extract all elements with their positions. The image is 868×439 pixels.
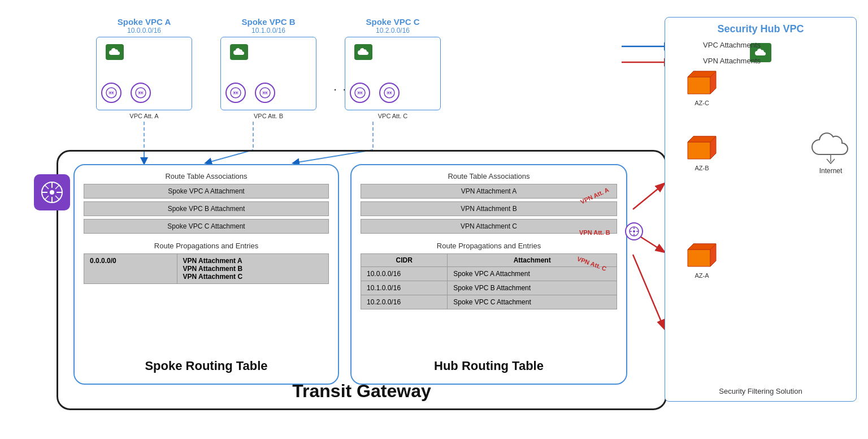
vpc-c-cloud-icon	[354, 44, 372, 60]
spoke-assoc-2: Spoke VPC B Attachment	[84, 201, 329, 216]
svg-rect-33	[357, 91, 363, 94]
hub-prop-att-3: Spoke VPC C Attachment	[448, 295, 617, 309]
vpn-att-b-label: VPN Att. B	[579, 229, 610, 236]
svg-rect-17	[108, 91, 114, 94]
spoke-vpc-c-label: Spoke VPC C	[345, 17, 441, 27]
vpc-b-attach-icon-2	[255, 83, 275, 103]
firewall-az-b	[682, 131, 722, 165]
vpc-a-attach-icon-2	[131, 83, 151, 103]
vpc-b-attach-icon-1	[225, 83, 246, 103]
vpc-c-attach-icon-1	[350, 83, 370, 103]
svg-marker-51	[688, 77, 710, 94]
svg-rect-23	[141, 92, 142, 93]
legend-vpn-text: VPN Attachments	[703, 57, 761, 65]
hub-prop-att-2: Spoke VPC B Attachment	[448, 281, 617, 295]
vpc-att-c-label: VPC Att. C	[345, 113, 441, 119]
svg-rect-21	[138, 91, 144, 94]
hub-prop-cidr-1: 10.0.0.0/16	[361, 267, 448, 281]
firewall-az-a	[682, 238, 722, 272]
vpc-a-attach-icon-1	[101, 83, 121, 103]
svg-point-63	[633, 230, 635, 233]
hub-prop-col-cidr: CIDR	[361, 254, 448, 267]
az-a-section: AZ-A	[682, 238, 722, 279]
diagram-container: VPC Attachments VPN Attachments Spoke VP…	[0, 0, 868, 439]
svg-rect-35	[361, 92, 362, 93]
svg-rect-38	[388, 92, 389, 93]
spoke-prop-cidr: 0.0.0.0/0	[84, 254, 177, 284]
spoke-rt-assoc-header: Route Table Associations	[84, 172, 329, 180]
vpc-c-attach-icons	[350, 83, 436, 103]
hub-prop-att-1: Spoke VPC A Attachment	[448, 267, 617, 281]
svg-rect-22	[139, 92, 140, 93]
firewall-az-c	[682, 66, 722, 100]
svg-rect-27	[236, 92, 237, 93]
spoke-vpc-b: Spoke VPC B 10.1.0.0/16 VPC Att. B	[220, 17, 316, 119]
az-c-section: AZ-C	[682, 66, 722, 106]
spoke-rt-label: Spoke Routing Table	[145, 359, 267, 373]
spoke-vpc-c: Spoke VPC C 10.2.0.0/16 VPC Att. C	[345, 17, 441, 119]
vpc-b-cloud-icon	[230, 44, 248, 60]
vpc-a-attach-icons	[101, 83, 187, 103]
svg-rect-29	[262, 91, 268, 94]
vpc-att-b-label: VPC Att. B	[220, 113, 316, 119]
svg-line-46	[45, 185, 49, 189]
spoke-vpc-a-cidr: 10.0.0.0/16	[96, 27, 192, 35]
svg-marker-59	[688, 249, 710, 266]
az-b-section: AZ-B	[682, 131, 722, 171]
internet-label: Internet	[811, 167, 850, 175]
spoke-rt-prop-header: Route Propagations and Entries	[84, 242, 329, 250]
svg-marker-55	[688, 142, 710, 159]
spoke-prop-row: 0.0.0.0/0 VPN Attachment A VPN Attachmen…	[84, 254, 329, 284]
svg-line-48	[55, 185, 59, 189]
vpc-att-a-label: VPC Att. A	[96, 113, 192, 119]
tgw-connector-security	[625, 222, 643, 240]
spoke-vpc-a: Spoke VPC A 10.0.0.0/16 VPC Att. A	[96, 17, 192, 119]
spoke-assoc-1: Spoke VPC A Attachment	[84, 184, 329, 199]
hub-prop-row-2: 10.1.0.0/16 Spoke VPC B Attachment	[361, 281, 617, 295]
hub-prop-cidr-2: 10.1.0.0/16	[361, 281, 448, 295]
hub-prop-cidr-3: 10.2.0.0/16	[361, 295, 448, 309]
az-a-label: AZ-A	[695, 272, 709, 279]
hub-assoc-3: VPN Attachment C	[361, 219, 617, 234]
hub-rt-label: Hub Routing Table	[434, 359, 544, 373]
svg-rect-18	[110, 92, 111, 93]
hub-assoc-2: VPN Attachment B	[361, 201, 617, 216]
svg-line-47	[55, 196, 59, 200]
tgw-icon	[34, 174, 70, 210]
svg-rect-26	[234, 92, 235, 93]
svg-rect-31	[266, 92, 267, 93]
hub-prop-row-1: 10.0.0.0/16 Spoke VPC A Attachment	[361, 267, 617, 281]
svg-point-41	[50, 190, 54, 195]
svg-rect-39	[390, 92, 391, 93]
spoke-prop-attachments: VPN Attachment A VPN Attachment B VPN At…	[177, 254, 328, 284]
security-hub-label: Security Hub VPC	[665, 23, 856, 35]
hub-prop-row-3: 10.2.0.0/16 Spoke VPC C Attachment	[361, 295, 617, 309]
spoke-rt-prop-table: 0.0.0.0/0 VPN Attachment A VPN Attachmen…	[84, 253, 329, 284]
spoke-vpc-b-cidr: 10.1.0.0/16	[220, 27, 316, 35]
security-filtering-label: Security Filtering Solution	[665, 387, 856, 395]
svg-rect-37	[387, 91, 392, 94]
vpc-a-cloud-icon	[106, 44, 124, 60]
spoke-vpc-c-cidr: 10.2.0.0/16	[345, 27, 441, 35]
svg-rect-30	[263, 92, 264, 93]
spoke-rt-box: Route Table Associations Spoke VPC A Att…	[73, 164, 339, 385]
legend-vpc-text: VPC Attachments	[703, 41, 761, 49]
svg-line-49	[45, 196, 49, 200]
security-hub-vpc: Security Hub VPC AZ-C	[665, 17, 857, 402]
svg-rect-25	[233, 91, 238, 94]
internet-cloud: Internet	[811, 131, 850, 175]
hub-rt-assoc-header: Route Table Associations	[361, 172, 617, 180]
svg-rect-19	[112, 92, 113, 93]
spoke-assoc-3: Spoke VPC C Attachment	[84, 219, 329, 234]
spoke-vpc-a-label: Spoke VPC A	[96, 17, 192, 27]
vpc-b-attach-icons	[225, 83, 311, 103]
az-b-label: AZ-B	[695, 165, 709, 171]
hub-assoc-1: VPN Attachment A	[361, 184, 617, 199]
vpc-c-attach-icon-2	[379, 83, 400, 103]
spoke-vpc-b-label: Spoke VPC B	[220, 17, 316, 27]
az-c-label: AZ-C	[695, 100, 709, 106]
svg-rect-34	[358, 92, 359, 93]
hub-rt-prop-header: Route Propagations and Entries	[361, 242, 617, 250]
